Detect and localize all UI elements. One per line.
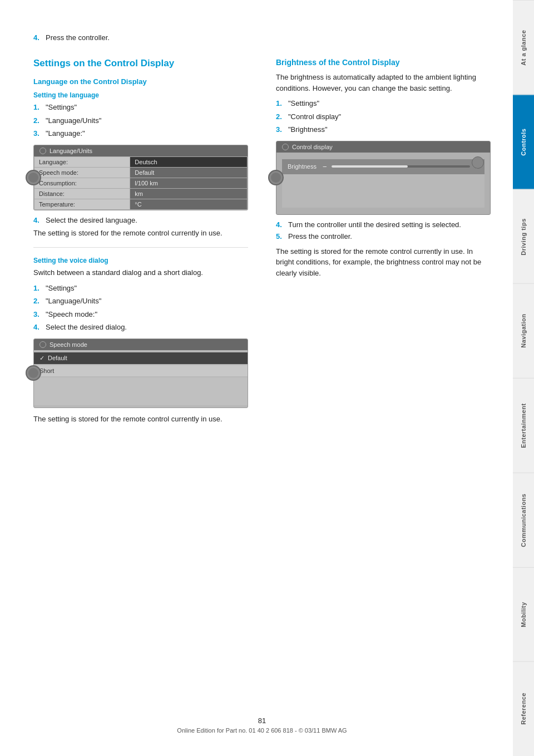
brightness-minus: − <box>323 163 327 171</box>
dial-button-speech[interactable] <box>26 365 41 381</box>
sub-heading-language: Language on the Control Display <box>33 77 248 86</box>
step-text-2: "Language/Units" <box>46 115 101 126</box>
speech-screenshot: Speech mode ✓ Default Short <box>33 338 248 408</box>
speech-options: ✓ Default Short <box>34 350 248 408</box>
table-cell-label: Speech mode: <box>34 167 130 178</box>
brightness-step-3: 3. "Brightness" <box>276 124 491 135</box>
voice-steps-list: 1. "Settings" 2. "Language/Units" 3. "Sp… <box>33 283 248 333</box>
lang-step-3: 3. "Language:" <box>33 128 248 139</box>
lang-icon <box>39 148 46 154</box>
speech-icon <box>39 341 46 348</box>
dial-inner-2 <box>28 368 38 378</box>
voice-intro: Switch between a standard dialog and a s… <box>33 267 248 278</box>
brightness-corner-btn[interactable] <box>472 156 484 169</box>
sidebar-tab-at-a-glance[interactable]: At a glance <box>513 0 534 95</box>
v-step-text-1: "Settings" <box>46 283 77 294</box>
speech-screenshot-container: Speech mode ✓ Default Short <box>33 338 248 408</box>
brightness-preview-area <box>282 174 484 208</box>
table-row: Distance: km <box>34 188 248 199</box>
right-column: Brightness of the Control Display The br… <box>270 52 491 705</box>
setting-lang-heading: Setting the language <box>33 91 248 99</box>
table-row: Language: Deutsch <box>34 156 248 167</box>
b-step-num-1: 1. <box>276 98 285 109</box>
intro-step-num: 4. <box>33 33 42 42</box>
sidebar-tab-mobility[interactable]: Mobility <box>513 567 534 662</box>
sidebar-tab-reference[interactable]: Reference <box>513 661 534 756</box>
lang-note: The setting is stored for the remote con… <box>33 228 248 239</box>
b-step-text-3: "Brightness" <box>288 124 328 135</box>
v-step-num-2: 2. <box>33 296 42 307</box>
lang-screenshot-title: Language/Units <box>50 148 92 154</box>
table-row: Speech mode: Default <box>34 167 248 178</box>
setting-voice-heading: Setting the voice dialog <box>33 257 248 264</box>
v-step-text-3: "Speech mode:" <box>46 309 97 320</box>
sidebar-tab-label: Reference <box>520 693 527 725</box>
voice-note: The setting is stored for the remote con… <box>33 414 248 425</box>
page-number: 81 <box>33 716 491 725</box>
b5-step-num: 5. <box>276 232 285 240</box>
dial-button-brightness[interactable] <box>268 170 284 185</box>
table-cell-value: Default <box>130 167 248 178</box>
step-text-3: "Language:" <box>46 128 85 139</box>
brightness-slider-row: Brightness − + <box>282 159 484 174</box>
voice-step-1: 1. "Settings" <box>33 283 248 294</box>
section-title-left: Settings on the Control Display <box>33 57 248 70</box>
sidebar-tab-label: Entertainment <box>520 403 527 448</box>
sidebar-tab-controls[interactable]: Controls <box>513 95 534 189</box>
dial-inner-3 <box>271 173 281 183</box>
brightness-icon <box>282 144 289 150</box>
v-step-num-3: 3. <box>33 309 42 320</box>
b-step-num-2: 2. <box>276 111 285 122</box>
step4-text: Select the desired language. <box>46 216 137 224</box>
brightness-steps-list: 1. "Settings" 2. "Control display" 3. "B… <box>276 98 491 135</box>
b-step-text-1: "Settings" <box>288 98 319 109</box>
sidebar-tab-communications[interactable]: Communications <box>513 473 534 567</box>
brightness-screenshot-container: Control display Brightness − + <box>276 141 491 215</box>
table-row: Consumption: l/100 km <box>34 178 248 188</box>
table-cell-label: Distance: <box>34 188 130 199</box>
table-cell-value: km <box>130 188 248 199</box>
table-cell-label: Temperature: <box>34 199 130 209</box>
lang-step-2: 2. "Language/Units" <box>33 115 248 126</box>
brightness-step-4: 4. Turn the controller until the desired… <box>276 220 491 229</box>
dial-inner <box>28 173 38 183</box>
step4-num: 4. <box>33 216 42 224</box>
step-text-1: "Settings" <box>46 102 77 113</box>
lang-step-4: 4. Select the desired language. <box>33 216 248 224</box>
table-cell-value: Deutsch <box>130 156 248 167</box>
speech-title-bar: Speech mode <box>34 339 248 350</box>
page-footer: 81 Online Edition for Part no. 01 40 2 6… <box>33 705 491 734</box>
speech-option-default: ✓ Default <box>34 352 248 364</box>
brightness-slider-fill <box>332 165 408 168</box>
brightness-intro: The brightness is automatically adapted … <box>276 72 491 94</box>
brightness-body: Brightness − + <box>276 153 490 214</box>
brightness-slider-track <box>332 165 471 168</box>
voice-step-3: 3. "Speech mode:" <box>33 309 248 320</box>
sidebar-tab-entertainment[interactable]: Entertainment <box>513 378 534 473</box>
brightness-step-5: 5. Press the controller. <box>276 232 491 240</box>
section-title-right: Brightness of the Control Display <box>276 57 491 67</box>
lang-step-1: 1. "Settings" <box>33 102 248 113</box>
brightness-screenshot-title: Control display <box>292 144 333 150</box>
brightness-title-bar: Control display <box>276 141 490 153</box>
page-wrapper: 4. Press the controller. Settings on the… <box>0 0 534 756</box>
step-num-1: 1. <box>33 102 42 113</box>
brightness-step-2: 2. "Control display" <box>276 111 491 122</box>
lang-screenshot: Language/Units Language: Deutsch Speech … <box>33 145 248 210</box>
b4-step-text: Turn the controller until the desired se… <box>288 220 461 229</box>
b-step-num-3: 3. <box>276 124 285 135</box>
sidebar-tab-label: Mobility <box>520 602 527 627</box>
sidebar-tab-driving-tips[interactable]: Driving tips <box>513 189 534 284</box>
v-step-text-4: Select the desired dialog. <box>46 322 127 333</box>
left-column: Settings on the Control Display Language… <box>33 52 254 705</box>
two-col-layout: Settings on the Control Display Language… <box>33 52 491 705</box>
sidebar-tab-label: Communications <box>520 493 527 547</box>
b-step-text-2: "Control display" <box>288 111 341 122</box>
dial-button-lang[interactable] <box>26 170 41 185</box>
brightness-slider-label: Brightness <box>288 163 318 170</box>
sidebar-tab-navigation[interactable]: Navigation <box>513 283 534 378</box>
speech-screenshot-title: Speech mode <box>50 341 87 348</box>
speech-empty-area <box>34 377 248 405</box>
lang-screenshot-container: Language/Units Language: Deutsch Speech … <box>33 145 248 210</box>
step-num-3: 3. <box>33 128 42 139</box>
